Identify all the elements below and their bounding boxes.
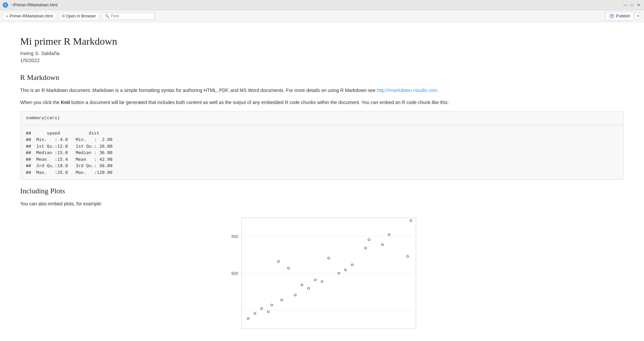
toolbar-right: Publish ▾ <box>605 12 641 20</box>
scatter-plot: 800 600 <box>221 214 423 341</box>
section1-title: R Markdown <box>20 73 624 82</box>
publish-button[interactable]: Publish <box>605 12 634 20</box>
toolbar: ● Primer-RMarkdown.html ⊡ Open in Browse… <box>0 10 644 22</box>
section2-title: Including Plots <box>20 187 624 195</box>
plot-container: 800 600 <box>221 214 423 341</box>
plot-area: 800 600 <box>20 214 624 341</box>
y-axis-600: 600 <box>231 271 238 276</box>
app-icon-label: ● <box>5 3 6 6</box>
find-box[interactable]: 🔍 <box>102 12 154 20</box>
publish-icon <box>609 13 614 19</box>
paragraph2-after: button a document will be generated that… <box>70 100 449 105</box>
output-pre: ## speed dist ## Min. : 4.0 Min. : 2.00 … <box>26 130 618 176</box>
document-author: Irwing S. Saldaña <box>20 50 624 56</box>
html-file-icon: ● <box>6 14 8 18</box>
content-area: Mi primer R Markdown Irwing S. Saldaña 1… <box>0 22 644 341</box>
paragraph2: When you click the Knit button a documen… <box>20 99 624 106</box>
publish-dropdown-button[interactable]: ▾ <box>635 12 641 19</box>
app-icon: ● <box>3 2 8 8</box>
code-content: summary(cars) <box>26 115 60 120</box>
close-button[interactable]: ✕ <box>636 2 641 8</box>
file-tab[interactable]: ● Primer-RMarkdown.html <box>3 12 56 20</box>
document-title: Mi primer R Markdown <box>20 36 624 47</box>
window-controls: — □ ✕ <box>623 2 641 8</box>
search-icon: 🔍 <box>105 14 110 18</box>
maximize-button[interactable]: □ <box>629 2 635 8</box>
title-bar-left: ● ~/Primer-RMarkdown.html <box>3 2 58 8</box>
paragraph1: This is an R Markdown document. Markdown… <box>20 87 624 94</box>
title-bar: ● ~/Primer-RMarkdown.html — □ ✕ <box>0 0 644 10</box>
open-browser-button[interactable]: ⊡ Open in Browser <box>59 12 99 20</box>
window-title: ~/Primer-RMarkdown.html <box>11 3 58 7</box>
rmarkdown-link[interactable]: http://rmarkdown.rstudio.com. <box>377 88 438 93</box>
minimize-button[interactable]: — <box>623 2 628 8</box>
paragraph3: You can also embed plots, for example: <box>20 200 624 207</box>
paragraph2-before: When you click the <box>20 100 61 105</box>
browser-icon: ⊡ <box>62 14 65 18</box>
code-block: summary(cars) <box>20 111 624 125</box>
knit-bold: Knit <box>61 100 70 105</box>
tab-label: Primer-RMarkdown.html <box>9 14 53 18</box>
document-date: 1/5/2022 <box>20 57 624 63</box>
publish-label: Publish <box>616 13 630 18</box>
y-axis-800: 800 <box>231 234 238 239</box>
open-browser-label: Open in Browser <box>66 14 96 18</box>
paragraph1-text: This is an R Markdown document. Markdown… <box>20 88 377 93</box>
output-block: ## speed dist ## Min. : 4.0 Min. : 2.00 … <box>20 126 624 180</box>
find-input[interactable] <box>111 14 151 18</box>
